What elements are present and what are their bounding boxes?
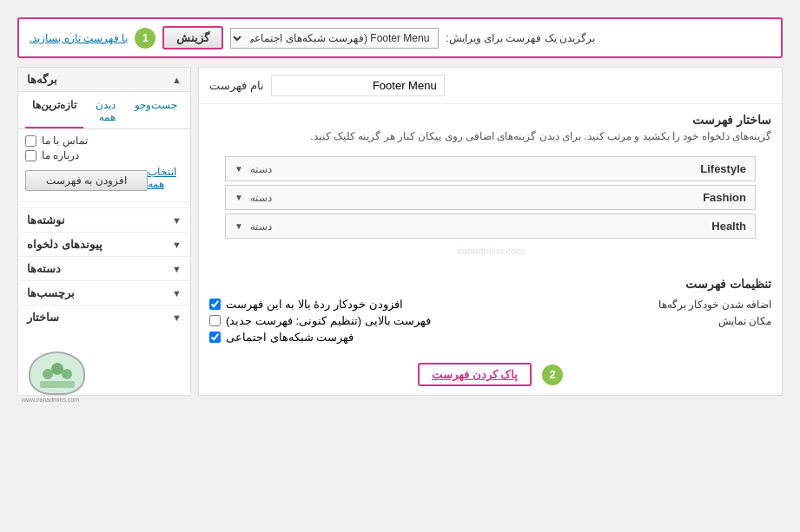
settings-row-3: فهرست شبکه‌های اجتماعی [209, 331, 771, 344]
collapsed-custom-links[interactable]: ▼ پیوندهای دلخواه [18, 233, 190, 256]
checkbox-auto-add[interactable] [209, 299, 221, 310]
posts-label: نوشته‌ها [27, 213, 65, 227]
settings-label-auto-add: افزودن خودکار ردهٔ بالا به این فهرست [226, 298, 403, 311]
list-item: تماس با ما [25, 135, 183, 147]
collapsed-structure[interactable]: ▼ ساختار [18, 305, 190, 329]
item-label-lifestyle: Lifestyle [700, 162, 746, 175]
settings-section: تنظیمات فهرست اضافه شدن خودکار برگه‌ها ا… [199, 265, 782, 354]
step-1-circle: 1 [135, 28, 155, 49]
sidebar: ▲ برگه‌ها جست‌وجو دیدن همه تازه‌ترین‌ها … [17, 67, 191, 396]
collapsed-tags[interactable]: ▼ برچسب‌ها [18, 281, 190, 305]
settings-title: تنظیمات فهرست [209, 272, 771, 298]
sidebar-footer-row: انتخاب همه افزودن به فهرست [25, 165, 183, 191]
structure-label: ساختار [27, 311, 59, 324]
step-2-circle: 2 [542, 365, 563, 385]
logo-area: www.iranadmins.com [16, 351, 85, 403]
settings-label-top-menu: فهرست بالایی (تنظیم کنونی: فهرست جدید) [226, 314, 431, 327]
sidebar-section-custom-links: ▼ پیوندهای دلخواه [18, 232, 190, 256]
menu-name-row: نام فهرست [199, 68, 782, 104]
checkbox-top-menu[interactable] [209, 315, 221, 326]
sidebar-pages-arrow[interactable]: ▲ [172, 75, 182, 85]
collapsed-posts[interactable]: ▼ نوشته‌ها [18, 208, 190, 232]
menu-items-area: Lifestyle دسته ▼ Fashion دسته ▼ Health [199, 151, 782, 265]
item-arrow-health[interactable]: ▼ [235, 221, 243, 231]
settings-row-1: اضافه شدن خودکار برگه‌ها افزودن خودکار ر… [209, 298, 771, 311]
menu-name-input[interactable] [271, 75, 445, 96]
sidebar-section-categories: ▼ دسته‌ها [18, 256, 190, 280]
table-row: Health دسته ▼ [225, 213, 756, 239]
item-right-fashion: دسته ▼ [235, 192, 272, 204]
svg-point-2 [62, 369, 72, 379]
settings-row-2: مکان نمایش فهرست بالایی (تنظیم کنونی: فه… [209, 314, 771, 327]
tags-label: برچسب‌ها [27, 286, 75, 299]
add-to-menu-button[interactable]: افزودن به فهرست [25, 170, 148, 191]
list-item: درباره ما [25, 149, 183, 161]
settings-label-social: فهرست شبکه‌های اجتماعی [226, 331, 354, 344]
table-row: Lifestyle دسته ▼ [225, 156, 756, 181]
top-select-bar: برگزیدن یک فهرست برای ویرایش: Footer Men… [17, 17, 783, 58]
categories-arrow: ▼ [172, 264, 182, 274]
settings-label-display-location: مکان نمایش [718, 315, 771, 327]
collapsed-categories[interactable]: ▼ دسته‌ها [18, 257, 190, 280]
tab-search[interactable]: جست‌وجو [128, 95, 184, 128]
posts-arrow: ▼ [172, 215, 182, 226]
sidebar-section-structure: ▼ ساختار [18, 305, 190, 329]
custom-links-label: پیوندهای دلخواه [27, 238, 102, 251]
logo-icon [36, 357, 79, 390]
svg-rect-3 [40, 381, 75, 388]
bottom-bar: 2 پاک کردن فهرست [199, 354, 782, 395]
delete-menu-link[interactable]: پاک کردن فهرست [418, 363, 532, 386]
table-row: Fashion دسته ▼ [225, 185, 756, 210]
tab-view-all[interactable]: دیدن همه [89, 95, 122, 128]
structure-title: ساختار فهرست [199, 104, 782, 130]
sidebar-pages-header: ▲ برگه‌ها [18, 68, 190, 92]
menu-name-label: نام فهرست [209, 79, 264, 92]
menu-select[interactable]: Footer Menu (فهرست شبکه‌های اجتماعی) [230, 28, 439, 49]
create-new-link[interactable]: یا فهرستِ تازه بسازید. [30, 32, 128, 44]
sidebar-pages-title: برگه‌ها [27, 73, 57, 86]
tab-latest[interactable]: تازه‌ترین‌ها [25, 95, 83, 128]
checkbox-social[interactable] [209, 332, 221, 343]
item-label-health: Health [711, 220, 746, 233]
svg-point-1 [43, 369, 53, 379]
structure-arrow: ▼ [172, 312, 182, 323]
sidebar-section-tags: ▼ برچسب‌ها [18, 280, 190, 305]
item-arrow-fashion[interactable]: ▼ [235, 193, 243, 202]
watermark: iranadmins.com [225, 242, 756, 259]
page-label-about: درباره ما [42, 149, 79, 161]
categories-label: دسته‌ها [27, 262, 61, 275]
checkbox-contact[interactable] [25, 135, 36, 147]
item-right-lifestyle: دسته ▼ [235, 163, 272, 175]
item-label-fashion: Fashion [703, 191, 746, 204]
select-button[interactable]: گزینش [162, 26, 223, 49]
sidebar-pages-content: تماس با ما درباره ما انتخاب همه افزودن ب… [18, 129, 190, 196]
sidebar-section-posts: ▼ نوشته‌ها [18, 207, 190, 232]
tags-arrow: ▼ [172, 288, 182, 299]
item-arrow-lifestyle[interactable]: ▼ [235, 164, 243, 174]
select-bar-label: برگزیدن یک فهرست برای ویرایش: [446, 32, 595, 44]
item-type-lifestyle: دسته [250, 163, 272, 175]
divider-1 [18, 201, 190, 202]
item-right-health: دسته ▼ [235, 220, 272, 233]
page-label-contact: تماس با ما [42, 135, 88, 147]
select-all-link[interactable]: انتخاب همه [148, 166, 183, 190]
custom-links-arrow: ▼ [172, 240, 182, 250]
item-type-fashion: دسته [250, 192, 272, 204]
sidebar-tabs: جست‌وجو دیدن همه تازه‌ترین‌ها [18, 92, 190, 129]
logo-text: www.iranadmins.com [16, 397, 85, 403]
content-area: نام فهرست ساختار فهرست گزینه‌های دلخواه … [198, 67, 783, 396]
checkbox-about[interactable] [25, 150, 36, 161]
item-type-health: دسته [250, 220, 272, 233]
svg-point-0 [51, 363, 63, 375]
settings-label-auto-pages: اضافه شدن خودکار برگه‌ها [658, 299, 771, 311]
structure-desc: گزینه‌های دلخواه خود را بکشید و مرتب کنی… [199, 130, 782, 151]
